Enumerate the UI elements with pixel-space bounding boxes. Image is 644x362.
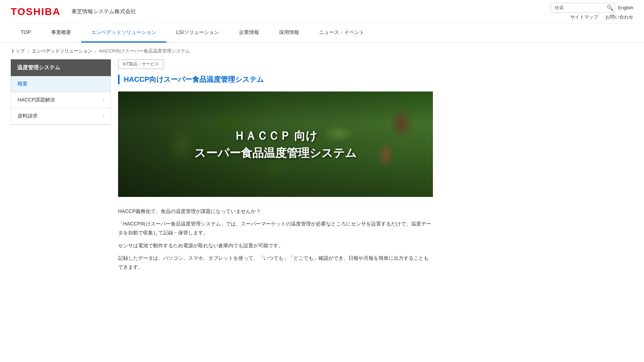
- header-left: TOSHIBA 東芝情報システム株式会社: [11, 6, 136, 18]
- site-header: TOSHIBA 東芝情報システム株式会社 🔍 English サイトマップ お問…: [0, 0, 644, 43]
- company-name: 東芝情報システム株式会社: [72, 8, 136, 15]
- nav-item-recruit[interactable]: 採用情報: [269, 24, 309, 43]
- sidebar-item-overview-label: 概要: [18, 81, 28, 87]
- search-input-wrap: 🔍: [551, 3, 615, 13]
- contact-link[interactable]: お問い合わせ: [605, 14, 633, 20]
- breadcrumb-sep-1: /: [28, 49, 29, 54]
- toshiba-logo: TOSHIBA: [11, 6, 61, 18]
- search-input[interactable]: [551, 3, 615, 13]
- hero-image: ＨＡＣＣＰ 向け スーパー食品温度管理システム: [118, 91, 433, 197]
- english-link[interactable]: English: [618, 5, 633, 10]
- header-right: 🔍 English サイトマップ お問い合わせ: [551, 3, 633, 20]
- nav-item-lsi[interactable]: LSIソリューション: [166, 24, 229, 43]
- nav-item-top[interactable]: TOP: [11, 24, 41, 43]
- breadcrumb-sep-2: /: [95, 49, 97, 54]
- chevron-right-icon-2: ›: [103, 114, 104, 119]
- main-nav: TOP 事業概要 エンベデッドソリューション LSIソリューション 企業情報 採…: [11, 23, 633, 43]
- breadcrumb-current: HACCP向けスーパー食品温度管理システム: [99, 48, 190, 54]
- description: HACCP義務化で、食品の温度管理が課題になっていませんか？ 「HACCP向けス…: [118, 207, 433, 272]
- main-content: 温度管理システム 概要 HACCP課題解決 › 資料請求 › IoT製品・サービ…: [0, 59, 644, 289]
- sidebar: 温度管理システム 概要 HACCP課題解決 › 資料請求 ›: [11, 59, 111, 275]
- breadcrumb-top[interactable]: トップ: [11, 48, 25, 54]
- description-1: HACCP義務化で、食品の温度管理が課題になっていませんか？: [118, 207, 433, 216]
- hero-text: ＨＡＣＣＰ 向け スーパー食品温度管理システム: [194, 127, 357, 162]
- nav-item-news[interactable]: ニュース・イベント: [309, 24, 374, 43]
- sidebar-menu: 概要 HACCP課題解決 › 資料請求 ›: [11, 76, 111, 125]
- sidebar-item-materials-label: 資料請求: [18, 113, 38, 119]
- nav-item-business[interactable]: 事業概要: [41, 24, 81, 43]
- sidebar-title: 温度管理システム: [11, 59, 111, 76]
- tag-badge: IoT製品・サービス: [118, 59, 164, 69]
- breadcrumb-embedded[interactable]: エンベデッドソリューション: [32, 48, 92, 54]
- description-4: 記録したデータは、パソコン、スマホ、タブレットを使って、「いつでも」「どこでも」…: [118, 254, 433, 272]
- description-3: センサは電池で動作するため電源が取れない倉庫内でも設置が可能です。: [118, 241, 433, 250]
- description-2: 「HACCP向けスーパー食品温度管理システム」では、スーパーマーケットの温度管理…: [118, 219, 433, 237]
- content-area: IoT製品・サービス HACCP向けスーパー食品温度管理システム ＨＡＣＣＰ 向…: [118, 59, 633, 275]
- sidebar-item-overview[interactable]: 概要: [11, 76, 111, 92]
- hero-text-line2: スーパー食品温度管理システム: [194, 144, 357, 162]
- nav-item-company[interactable]: 企業情報: [229, 24, 269, 43]
- nav-item-embedded[interactable]: エンベデッドソリューション: [81, 24, 166, 43]
- chevron-right-icon: ›: [103, 98, 104, 103]
- page-title: HACCP向けスーパー食品温度管理システム: [118, 75, 633, 84]
- sidebar-item-haccp-label: HACCP課題解決: [18, 97, 55, 103]
- sidebar-item-materials[interactable]: 資料請求 ›: [11, 108, 111, 124]
- header-links: サイトマップ お問い合わせ: [570, 14, 633, 20]
- hero-text-line1: ＨＡＣＣＰ 向け: [194, 127, 357, 144]
- search-button[interactable]: 🔍: [606, 4, 614, 11]
- search-area: 🔍 English: [551, 3, 633, 13]
- sitemap-link[interactable]: サイトマップ: [570, 14, 598, 20]
- sidebar-item-haccp[interactable]: HACCP課題解決 ›: [11, 92, 111, 108]
- breadcrumb: トップ / エンベデッドソリューション / HACCP向けスーパー食品温度管理シ…: [0, 43, 644, 59]
